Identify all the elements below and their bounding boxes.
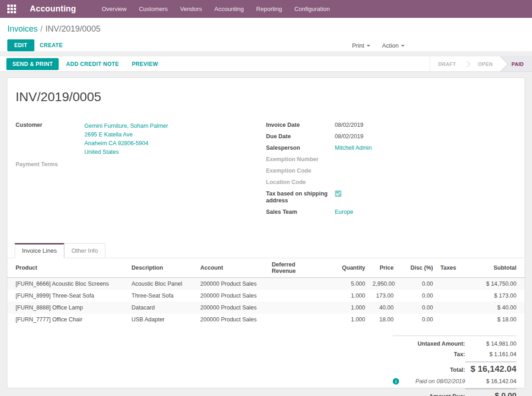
cell-deferred xyxy=(268,278,323,290)
menu-vendors[interactable]: Vendors xyxy=(180,5,202,12)
cell-disc: 0.00 xyxy=(397,290,437,302)
salesperson-link[interactable]: Mitchell Admin xyxy=(335,145,372,152)
cell-taxes xyxy=(437,314,467,325)
apps-grid-icon[interactable] xyxy=(7,5,16,13)
breadcrumb-separator: / xyxy=(40,24,43,33)
cell-account: 200000 Product Sales xyxy=(197,290,268,302)
cell-subtotal: $ 40.00 xyxy=(467,302,525,314)
cell-description: Three-Seat Sofa xyxy=(128,290,197,302)
location-code-label: Location Code xyxy=(266,179,335,186)
amount-due-row: Amount Due: $ 0.00 xyxy=(393,389,516,396)
sales-team-label: Sales Team xyxy=(266,209,335,216)
sales-team-link[interactable]: Europe xyxy=(335,209,353,216)
print-dropdown[interactable]: Print xyxy=(352,42,370,49)
table-header-row: Product Description Account Deferred Rev… xyxy=(7,258,525,278)
status-step-draft[interactable]: DRAFT xyxy=(430,56,464,71)
status-step-open[interactable]: OPEN xyxy=(470,56,500,71)
edit-button[interactable]: EDIT xyxy=(7,39,34,51)
total-value: $ 16,142.04 xyxy=(465,362,516,374)
table-row[interactable]: [FURN_6666] Acoustic Bloc Screens Acoust… xyxy=(7,278,525,290)
col-header-description: Description xyxy=(128,258,197,278)
notebook: Invoice Lines Other Info Product Descrip… xyxy=(7,243,525,396)
total-row: Total: $ 16,142.04 xyxy=(393,362,516,374)
cell-quantity: 1.000 xyxy=(323,290,369,302)
payment-terms-label: Payment Terms xyxy=(16,161,84,168)
status-step-paid[interactable]: PAID xyxy=(500,56,532,71)
col-header-quantity: Quantity xyxy=(323,258,369,278)
cell-product: [FURN_7777] Office Chair xyxy=(7,314,128,325)
field-due-date: Due Date 08/02/2019 xyxy=(266,133,517,140)
tax-shipping-label: Tax based on shipping address xyxy=(266,190,335,204)
cell-account: 200000 Product Sales xyxy=(197,314,268,325)
cell-disc: 0.00 xyxy=(397,314,437,325)
cell-taxes xyxy=(437,302,467,314)
send-print-button[interactable]: SEND & PRINT xyxy=(6,58,59,70)
menu-customers[interactable]: Customers xyxy=(139,5,168,12)
create-button[interactable]: CREATE xyxy=(34,39,68,51)
chevron-down-icon xyxy=(367,45,370,47)
customer-address-link[interactable]: Gemini Furniture, Soham Palmer 2695 E Ka… xyxy=(84,122,168,157)
breadcrumb-invoices-link[interactable]: Invoices xyxy=(7,24,38,33)
field-payment-terms: Payment Terms xyxy=(16,161,266,168)
top-menu: Overview Customers Vendors Accounting Re… xyxy=(102,5,330,12)
cell-description: USB Adapter xyxy=(128,314,197,325)
col-header-product: Product xyxy=(7,258,128,278)
chevron-right-icon xyxy=(464,56,470,71)
customer-street[interactable]: 2695 E Katella Ave xyxy=(84,130,168,139)
cell-deferred xyxy=(268,314,323,325)
customer-country[interactable]: United States xyxy=(84,148,168,157)
col-header-subtotal: Subtotal xyxy=(467,258,525,278)
invoice-lines-table: Product Description Account Deferred Rev… xyxy=(7,258,525,325)
invoice-date-label: Invoice Date xyxy=(266,122,335,129)
tax-shipping-checkbox-checked[interactable] xyxy=(335,190,341,197)
table-row[interactable]: [FURN_7777] Office Chair USB Adapter 200… xyxy=(7,314,525,325)
action-dropdown[interactable]: Action xyxy=(382,42,405,49)
top-navbar: Accounting Overview Customers Vendors Ac… xyxy=(0,0,532,18)
untaxed-amount-row: Untaxed Amount: $ 14,981.00 xyxy=(393,341,516,347)
cell-account: 200000 Product Sales xyxy=(197,302,268,314)
tax-value: $ 1,161.04 xyxy=(465,351,516,358)
add-credit-note-button[interactable]: ADD CREDIT NOTE xyxy=(60,58,124,70)
exemption-code-label: Exemption Code xyxy=(266,168,335,174)
cell-product: [FURN_6666] Acoustic Bloc Screens xyxy=(7,278,128,290)
cell-product: [FURN_8999] Three-Seat Sofa xyxy=(7,290,128,302)
col-header-price: Price xyxy=(369,258,397,278)
cell-price: 40.00 xyxy=(369,302,397,314)
cell-taxes xyxy=(437,290,467,302)
cell-disc: 0.00 xyxy=(397,278,437,290)
status-pipeline: DRAFT OPEN PAID xyxy=(430,56,532,71)
customer-label: Customer xyxy=(16,122,84,157)
cell-price: 18.00 xyxy=(369,314,397,325)
preview-button[interactable]: PREVIEW xyxy=(126,58,163,70)
menu-configuration[interactable]: Configuration xyxy=(294,5,329,12)
field-column-left: Customer Gemini Furniture, Soham Palmer … xyxy=(16,122,266,220)
status-step-paid-label: PAID xyxy=(511,61,524,67)
tab-other-info[interactable]: Other Info xyxy=(64,243,105,258)
app-title[interactable]: Accounting xyxy=(30,4,76,14)
invoice-sheet: INV/2019/0005 Customer Gemini Furniture,… xyxy=(7,77,525,388)
menu-overview[interactable]: Overview xyxy=(102,5,126,12)
customer-city[interactable]: Anaheim CA 92806-5904 xyxy=(84,139,168,148)
payment-info-row: i Paid on 08/02/2019 $ 16,142.04 xyxy=(393,378,516,385)
menu-accounting[interactable]: Accounting xyxy=(214,5,244,12)
print-label: Print xyxy=(352,42,364,49)
table-row[interactable]: [FURN_8999] Three-Seat Sofa Three-Seat S… xyxy=(7,290,525,302)
cell-deferred xyxy=(268,290,323,302)
tab-invoice-lines[interactable]: Invoice Lines xyxy=(15,243,64,258)
cell-deferred xyxy=(268,302,323,314)
field-customer: Customer Gemini Furniture, Soham Palmer … xyxy=(16,122,266,157)
info-icon[interactable]: i xyxy=(393,378,399,385)
customer-name[interactable]: Gemini Furniture, Soham Palmer xyxy=(84,122,168,130)
breadcrumb: Invoices/INV/2019/0005 xyxy=(7,24,525,34)
control-panel: Invoices/INV/2019/0005 EDIT CREATE Print… xyxy=(0,18,532,51)
field-salesperson: Salesperson Mitchell Admin xyxy=(266,145,517,152)
menu-reporting[interactable]: Reporting xyxy=(256,5,282,12)
cell-subtotal: $ 18.00 xyxy=(467,314,525,325)
cell-description: Datacard xyxy=(128,302,197,314)
totals-panel: Untaxed Amount: $ 14,981.00 Tax: $ 1,161… xyxy=(393,336,516,396)
cell-price: 2,950.00 xyxy=(369,278,397,290)
cell-account: 200000 Product Sales xyxy=(197,278,268,290)
table-row[interactable]: [FURN_8888] Office Lamp Datacard 200000 … xyxy=(7,302,525,314)
form-view: INV/2019/0005 Customer Gemini Furniture,… xyxy=(0,72,532,388)
col-header-account: Account xyxy=(197,258,268,278)
